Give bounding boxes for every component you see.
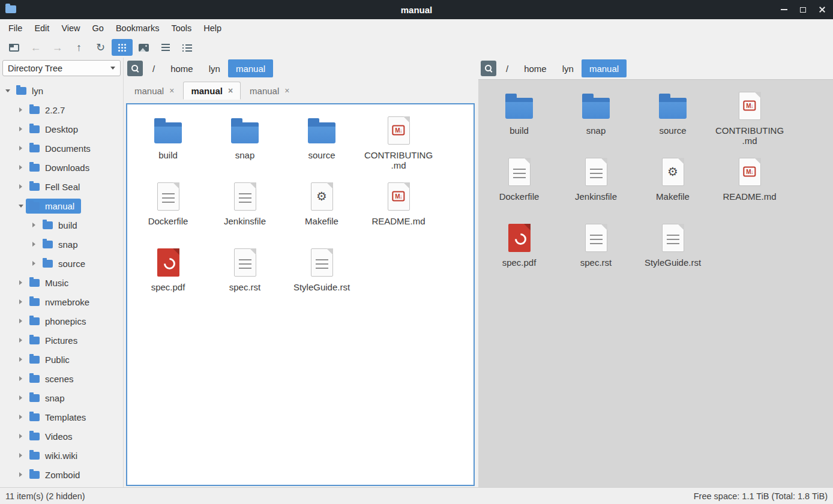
forward-button[interactable]: → xyxy=(47,39,68,56)
breadcrumb-segment-home[interactable]: home xyxy=(163,59,201,77)
sidebar-item-scenes[interactable]: scenes xyxy=(0,369,123,388)
sidebar-item-public[interactable]: Public xyxy=(0,350,123,369)
tab-close-icon[interactable]: × xyxy=(169,86,174,95)
file-item-spec-pdf[interactable]: spec.pdf xyxy=(130,240,206,306)
sidebar-item-pictures[interactable]: Pictures xyxy=(0,331,123,350)
minimize-button[interactable] xyxy=(774,0,793,19)
file-item-spec-rst[interactable]: spec.rst xyxy=(558,215,634,281)
menu-bookmarks[interactable]: Bookmarks xyxy=(110,21,166,35)
maximize-button[interactable] xyxy=(793,0,813,19)
breadcrumb-segment-root[interactable]: / xyxy=(145,59,163,77)
breadcrumb-segment-manual[interactable]: manual xyxy=(582,59,627,77)
file-item-snap[interactable]: snap xyxy=(206,108,283,174)
file-item-styleguide-rst[interactable]: StyleGuide.rst xyxy=(634,215,711,281)
close-button[interactable] xyxy=(813,0,832,19)
file-item-spec-pdf[interactable]: spec.pdf xyxy=(481,215,558,281)
path-search-button[interactable] xyxy=(127,61,143,76)
sidebar-item-zomboid[interactable]: Zomboid xyxy=(0,465,123,484)
file-item-readme-md[interactable]: README.md xyxy=(711,149,788,215)
sidebar-item-2-2-7[interactable]: 2.2.7 xyxy=(0,100,123,119)
expander-closed-icon[interactable] xyxy=(16,182,26,192)
expander-closed-icon[interactable] xyxy=(16,124,26,134)
back-button[interactable]: ← xyxy=(25,39,46,56)
sidebar-item-wiki-wiki[interactable]: wiki.wiki xyxy=(0,446,123,465)
expander-closed-icon[interactable] xyxy=(29,220,39,230)
file-item-makefile[interactable]: Makefile xyxy=(283,174,360,240)
expander-closed-icon[interactable] xyxy=(29,239,39,250)
file-item-jenkinsfile[interactable]: Jenkinsfile xyxy=(558,149,634,215)
thumbnail-view-button[interactable] xyxy=(133,39,154,56)
expander-closed-icon[interactable] xyxy=(16,355,26,365)
expander-open-icon[interactable] xyxy=(2,86,13,96)
expander-closed-icon[interactable] xyxy=(16,297,26,307)
refresh-button[interactable]: ↻ xyxy=(90,39,111,56)
expander-closed-icon[interactable] xyxy=(29,259,39,269)
sidebar-item-music[interactable]: Music xyxy=(0,273,123,292)
tab-manual-1[interactable]: manual× xyxy=(183,82,241,100)
breadcrumb-segment-lyn[interactable]: lyn xyxy=(201,59,228,77)
sidebar-item-fell-seal[interactable]: Fell Seal xyxy=(0,177,123,196)
icon-view-button[interactable] xyxy=(112,39,133,56)
expander-closed-icon[interactable] xyxy=(16,278,26,288)
file-item-styleguide-rst[interactable]: StyleGuide.rst xyxy=(283,240,360,306)
sidebar-mode-select[interactable]: Directory Tree xyxy=(2,60,121,76)
new-window-button[interactable] xyxy=(4,39,25,56)
file-view-left[interactable]: buildsnapsourceCONTRIBUTING.mdDockerfile… xyxy=(126,103,475,486)
expander-closed-icon[interactable] xyxy=(16,412,26,422)
sidebar-item-nvmebroke[interactable]: nvmebroke xyxy=(0,292,123,311)
file-item-contributing-md[interactable]: CONTRIBUTING.md xyxy=(711,83,788,149)
sidebar-item-snap[interactable]: snap xyxy=(0,388,123,407)
tab-close-icon[interactable]: × xyxy=(228,86,233,95)
sidebar-item-templates[interactable]: Templates xyxy=(0,407,123,427)
expander-closed-icon[interactable] xyxy=(16,393,26,403)
file-item-build[interactable]: build xyxy=(481,83,558,149)
file-view-right[interactable]: buildsnapsourceCONTRIBUTING.mdDockerfile… xyxy=(478,79,833,487)
breadcrumb-segment-root[interactable]: / xyxy=(498,59,516,77)
menu-help[interactable]: Help xyxy=(197,21,227,35)
tab-manual-2[interactable]: manual× xyxy=(242,82,297,100)
sidebar-item-phonepics[interactable]: phonepics xyxy=(0,311,123,331)
sidebar-item-build[interactable]: build xyxy=(0,215,123,235)
tab-close-icon[interactable]: × xyxy=(284,86,289,95)
expander-open-icon[interactable] xyxy=(16,201,26,211)
expander-closed-icon[interactable] xyxy=(16,470,26,480)
menu-go[interactable]: Go xyxy=(86,21,110,35)
breadcrumb-segment-manual[interactable]: manual xyxy=(228,59,273,77)
sidebar-item-videos[interactable]: Videos xyxy=(0,427,123,446)
file-item-build[interactable]: build xyxy=(130,108,206,174)
expander-closed-icon[interactable] xyxy=(16,143,26,154)
file-item-makefile[interactable]: Makefile xyxy=(634,149,711,215)
file-item-contributing-md[interactable]: CONTRIBUTING.md xyxy=(360,108,437,174)
compact-view-button[interactable] xyxy=(155,39,176,56)
expander-closed-icon[interactable] xyxy=(16,431,26,442)
tab-manual-0[interactable]: manual× xyxy=(127,82,182,100)
sidebar-item-manual[interactable]: manual xyxy=(0,196,123,215)
menu-file[interactable]: File xyxy=(2,21,28,35)
sidebar-item-downloads[interactable]: Downloads xyxy=(0,158,123,177)
detailed-view-button[interactable] xyxy=(176,39,197,56)
file-item-spec-rst[interactable]: spec.rst xyxy=(206,240,283,306)
file-item-readme-md[interactable]: README.md xyxy=(360,174,437,240)
expander-closed-icon[interactable] xyxy=(16,316,26,326)
sidebar-item-snap[interactable]: snap xyxy=(0,235,123,254)
file-item-source[interactable]: source xyxy=(634,83,711,149)
path-search-button[interactable] xyxy=(481,61,496,76)
expander-closed-icon[interactable] xyxy=(16,105,26,115)
expander-closed-icon[interactable] xyxy=(16,374,26,384)
menu-tools[interactable]: Tools xyxy=(165,21,197,35)
menu-view[interactable]: View xyxy=(55,21,86,35)
menu-edit[interactable]: Edit xyxy=(28,21,55,35)
file-item-snap[interactable]: snap xyxy=(558,83,634,149)
file-item-dockerfile[interactable]: Dockerfile xyxy=(481,149,558,215)
up-button[interactable]: ↑ xyxy=(68,39,89,56)
file-item-source[interactable]: source xyxy=(283,108,360,174)
expander-closed-icon[interactable] xyxy=(16,163,26,173)
sidebar-item-documents[interactable]: Documents xyxy=(0,139,123,158)
sidebar-item-lyn[interactable]: lyn xyxy=(0,81,123,100)
breadcrumb-segment-home[interactable]: home xyxy=(516,59,555,77)
file-item-jenkinsfile[interactable]: Jenkinsfile xyxy=(206,174,283,240)
file-item-dockerfile[interactable]: Dockerfile xyxy=(130,174,206,240)
sidebar-item-desktop[interactable]: Desktop xyxy=(0,119,123,139)
expander-closed-icon[interactable] xyxy=(16,335,26,346)
expander-closed-icon[interactable] xyxy=(16,451,26,461)
